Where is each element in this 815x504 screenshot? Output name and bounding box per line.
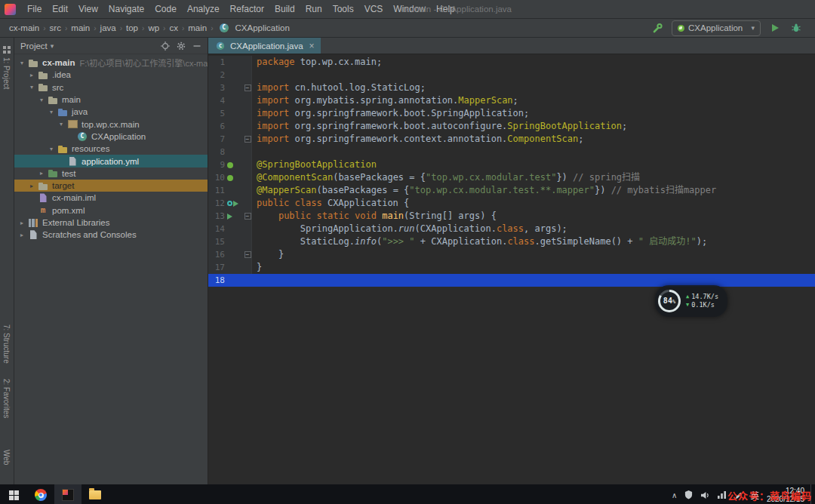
taskbar-clock[interactable]: 12:40 2020/12/15 (767, 487, 804, 504)
gutter: 9 (208, 158, 252, 171)
tree-item-test[interactable]: ▸test (14, 167, 208, 180)
tree-item-external-libraries[interactable]: ▸External Libraries (14, 217, 208, 229)
net-speed-widget[interactable]: 84% ▲14.7K/s ▼0.1K/s (655, 285, 727, 317)
editor-tab-cxapplication[interactable]: CXApplication.java × (208, 38, 321, 54)
shield-icon[interactable] (684, 490, 693, 499)
debug-button[interactable] (789, 21, 803, 35)
fold-marker[interactable]: − (244, 85, 251, 91)
wrench-icon[interactable] (650, 21, 664, 35)
code-text: @SpringBootApplication (252, 158, 377, 171)
breadcrumb-item[interactable]: wp (146, 23, 161, 32)
tool-windows-icon[interactable] (3, 43, 11, 57)
line-number: 8 (208, 146, 225, 158)
breadcrumb-item[interactable]: main (69, 23, 91, 32)
menu-navigate[interactable]: Navigate (103, 0, 149, 18)
tree-item-top-wp-cx-main[interactable]: ▾top.wp.cx.main (14, 118, 208, 130)
tree-item-main[interactable]: ▾main (14, 94, 208, 106)
tree-item-scratches-and-consoles[interactable]: ▸Scratches and Consoles (14, 229, 208, 241)
chevron-closed-icon[interactable]: ▸ (27, 72, 36, 78)
spring-run-gutter-icon[interactable] (227, 201, 232, 206)
tree-item-target[interactable]: ▸target (14, 180, 208, 192)
tree-item-cx-main[interactable]: ▾cx-mainF:\初心项目\初心工作流引擎\cx-main (14, 57, 208, 69)
chevron-open-icon[interactable]: ▾ (47, 146, 56, 152)
tray-expand-icon[interactable]: ∧ (672, 491, 677, 499)
tool-window-button-web[interactable]: Web (2, 450, 11, 465)
tool-window-button-structure[interactable]: 7: Structure (2, 324, 11, 364)
browser-taskbar-icon[interactable] (27, 484, 54, 504)
fold-marker[interactable]: − (244, 136, 251, 143)
show-desktop-button[interactable] (810, 484, 815, 504)
code-text: import org.springframework.boot.SpringAp… (252, 107, 529, 120)
tree-item-label: cx-main.iml (52, 193, 96, 202)
tool-window-button-favorites[interactable]: 2: Favorites (2, 379, 11, 418)
code-line-18: 18 (208, 274, 815, 287)
gutter: 5 (208, 107, 252, 120)
net-speeds: ▲14.7K/s ▼0.1K/s (686, 293, 718, 309)
menu-build[interactable]: Build (269, 0, 300, 18)
code-text: import org.springframework.boot.autoconf… (252, 120, 627, 133)
volume-icon[interactable] (700, 491, 710, 499)
breadcrumb-item[interactable]: src (48, 23, 63, 32)
start-button[interactable] (0, 484, 27, 504)
tree-item-label: src (52, 83, 63, 92)
breadcrumb-item[interactable]: top (125, 23, 140, 32)
tree-item-application-yml[interactable]: application.yml (14, 155, 208, 167)
chevron-open-icon[interactable]: ▾ (17, 60, 26, 66)
breadcrumb-item[interactable]: java (99, 23, 118, 32)
intellij-taskbar-icon[interactable] (54, 484, 82, 504)
chevron-open-icon[interactable]: ▾ (47, 109, 56, 115)
run-gutter-icon[interactable] (227, 214, 232, 220)
menu-analyze[interactable]: Analyze (182, 0, 225, 18)
breadcrumb-item[interactable]: main (186, 23, 208, 32)
breadcrumb: cx-main›src›main›java›top›wp›cx›main›CXA… (8, 23, 291, 34)
spring-bean-gutter-icon[interactable] (227, 162, 233, 168)
locate-icon[interactable] (161, 41, 170, 51)
intellij-logo-icon (5, 4, 16, 15)
download-arrow-icon: ▼ (686, 302, 689, 309)
breadcrumb-item[interactable]: cx (168, 23, 180, 32)
menu-refactor[interactable]: Refactor (225, 0, 269, 18)
tree-item-resources[interactable]: ▾resources (14, 143, 208, 155)
gear-icon[interactable] (177, 41, 186, 51)
chevron-open-icon[interactable]: ▾ (37, 97, 46, 103)
input-language-indicator[interactable]: 英 (750, 489, 759, 501)
close-tab-icon[interactable]: × (309, 41, 315, 51)
project-folder-icon (27, 57, 39, 69)
menu-edit[interactable]: Edit (47, 0, 73, 18)
tree-item--idea[interactable]: ▸.idea (14, 69, 208, 81)
fold-marker[interactable]: − (244, 251, 251, 258)
spring-bean-gutter-icon[interactable] (227, 175, 233, 181)
network-icon[interactable] (718, 491, 727, 499)
tree-item-pom-xml[interactable]: pom.xml (14, 204, 208, 217)
run-gutter-icon[interactable] (233, 201, 238, 207)
pen-icon[interactable] (734, 491, 743, 499)
code-editor[interactable]: 1package top.wp.cx.main;23−import cn.hut… (208, 54, 815, 484)
chevron-closed-icon[interactable]: ▸ (17, 220, 26, 226)
menu-tools[interactable]: Tools (328, 0, 359, 18)
chevron-open-icon[interactable]: ▾ (57, 121, 66, 128)
hide-panel-icon[interactable] (192, 41, 201, 51)
chevron-closed-icon[interactable]: ▸ (27, 183, 36, 189)
menu-file[interactable]: File (22, 0, 47, 18)
package-icon (66, 118, 78, 130)
chevron-closed-icon[interactable]: ▸ (17, 232, 26, 238)
chevron-closed-icon[interactable]: ▸ (37, 170, 46, 177)
chevron-open-icon[interactable]: ▾ (27, 84, 36, 91)
tree-item-cxapplication[interactable]: CXApplication (14, 131, 208, 143)
menu-view[interactable]: View (73, 0, 103, 18)
menu-vcs[interactable]: VCS (359, 0, 389, 18)
run-config-selector[interactable]: CXApplication ▾ (672, 20, 761, 36)
breadcrumb-item[interactable]: cx-main (8, 23, 41, 32)
chevron-down-icon[interactable]: ▾ (51, 42, 54, 50)
run-toolbar: CXApplication ▾ (650, 20, 807, 36)
run-button[interactable] (768, 21, 782, 35)
menu-code[interactable]: Code (149, 0, 182, 18)
tree-item-cx-main-iml[interactable]: cx-main.iml (14, 192, 208, 204)
menu-run[interactable]: Run (300, 0, 328, 18)
fold-marker[interactable]: − (244, 213, 251, 220)
file-explorer-taskbar-icon[interactable] (82, 484, 109, 504)
tree-item-java[interactable]: ▾java (14, 106, 208, 118)
tool-window-button-project[interactable]: 1: Project (2, 57, 11, 89)
tree-item-src[interactable]: ▾src (14, 81, 208, 94)
breadcrumb-item-class[interactable]: CXApplication (216, 23, 291, 34)
